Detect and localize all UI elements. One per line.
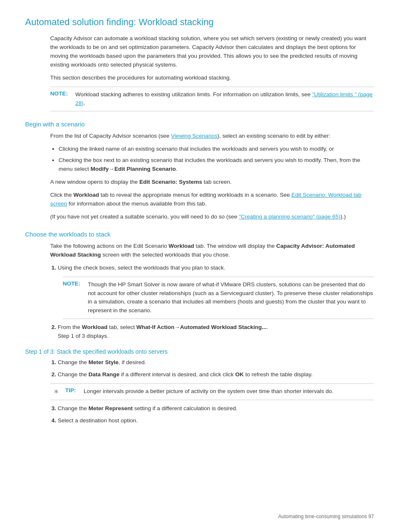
note-1-text: Workload stacking adheres to existing ut… xyxy=(75,90,374,108)
begin-p3: Click the Workload tab to reveal the app… xyxy=(50,191,374,208)
begin-p4: (If you have not yet created a suitable … xyxy=(50,213,374,221)
step1-steps: Change the Meter Style, if desired. Chan… xyxy=(58,358,374,379)
list-item: Checking the box next to an existing sce… xyxy=(59,156,374,174)
step1-steps-2: Change the Meter Represent setting if a … xyxy=(58,404,374,425)
page-title: Automated solution finding: Workload sta… xyxy=(25,17,374,28)
note-2-label: NOTE: xyxy=(63,280,84,287)
tip-text: Longer intervals provide a better pictur… xyxy=(84,387,333,396)
list-item: Using the check boxes, select the worklo… xyxy=(58,264,374,272)
section-begin-title: Begin with a scenario xyxy=(25,121,374,128)
list-item: Select a destination host option. xyxy=(58,416,374,425)
choose-p1: Take the following actions on the Edit S… xyxy=(50,242,374,260)
section-step1-title: Step 1 of 3: Stack the specified workloa… xyxy=(25,348,374,355)
step1-of-3: Step 1 of 3 displays. xyxy=(58,333,109,339)
tip-box: ✶ TIP: Longer intervals provide a better… xyxy=(50,383,374,400)
begin-p1: From the list of Capacity Advisor scenar… xyxy=(50,132,374,141)
list-item: Change the Data Range if a different int… xyxy=(58,370,374,379)
list-item: Change the Meter Represent setting if a … xyxy=(58,404,374,413)
choose-steps-2: From the Workload tab, select What-If Ac… xyxy=(58,323,374,341)
begin-bullets: Clicking the linked name of an existing … xyxy=(59,145,374,174)
note-2-text: Though the HP Smart Solver is now aware … xyxy=(88,280,374,316)
note-2-box: NOTE: Though the HP Smart Solver is now … xyxy=(63,277,374,319)
list-item: Change the Meter Style, if desired. xyxy=(58,358,374,367)
page-footer: Automating time-consuming simulations 97 xyxy=(278,514,374,519)
list-item: From the Workload tab, select What-If Ac… xyxy=(58,323,374,341)
section-choose-title: Choose the workloads to stack xyxy=(25,231,374,238)
intro-p2: This section describes the procedures fo… xyxy=(50,74,374,82)
note-1-label: NOTE: xyxy=(50,90,72,97)
tip-icon: ✶ xyxy=(50,387,62,396)
choose-steps: Using the check boxes, select the worklo… xyxy=(58,264,374,272)
list-item: Clicking the linked name of an existing … xyxy=(59,145,374,154)
viewing-scenarios-link[interactable]: Viewing Scenarios xyxy=(171,133,217,139)
intro-p1: Capacity Advisor can automate a workload… xyxy=(50,34,374,69)
tip-label: TIP: xyxy=(65,387,80,393)
creating-planning-link[interactable]: "Creating a planning scenario" (page 65) xyxy=(239,213,340,220)
note-1-box: NOTE: Workload stacking adheres to exist… xyxy=(50,87,374,112)
begin-p2: A new window opens to display the Edit S… xyxy=(50,178,374,187)
